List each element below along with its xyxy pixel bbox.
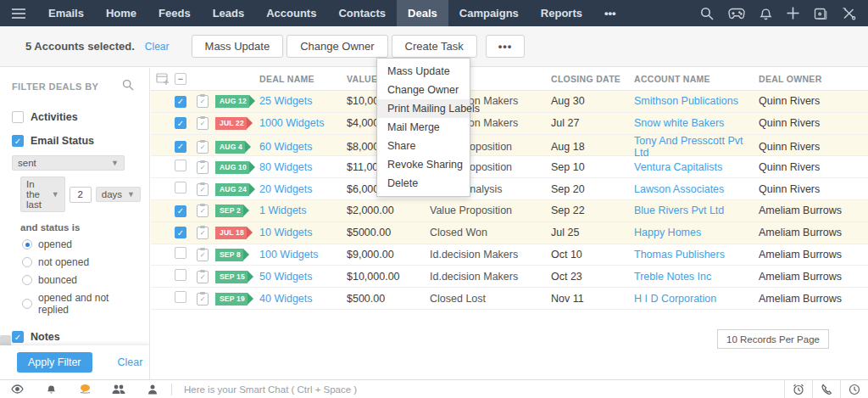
radio-bounced[interactable]: bounced	[22, 274, 141, 286]
row-checkbox[interactable]	[175, 205, 186, 217]
table-row[interactable]: ✓ AUG 10 80 Widgets $11,000.00 Value Pro…	[151, 156, 868, 178]
table-row[interactable]: ✓ SEP 8 100 Widgets $9,000.00 Id.decisio…	[151, 244, 868, 266]
row-checkbox[interactable]	[175, 269, 186, 281]
change-owner-button[interactable]: Change Owner	[287, 35, 387, 58]
menu-item-print-mailing-labels[interactable]: Print Mailing Labels	[377, 99, 470, 118]
bell-icon[interactable]	[34, 384, 68, 395]
group-icon[interactable]	[102, 384, 136, 395]
radio-opened[interactable]: opened	[22, 238, 141, 250]
setup-tools-icon[interactable]	[842, 7, 856, 20]
apply-filter-button[interactable]: Apply Filter	[17, 352, 92, 373]
row-checkbox[interactable]	[175, 141, 186, 153]
table-row[interactable]: ✓ AUG 24 20 Widgets $6,000.00 Needs Anal…	[151, 178, 868, 200]
row-checkbox[interactable]	[175, 117, 186, 129]
radio-button[interactable]	[22, 239, 32, 249]
col-deal-owner[interactable]: DEAL OWNER	[759, 74, 868, 84]
deal-name-link[interactable]: 40 Widgets	[259, 293, 313, 305]
records-per-page-select[interactable]: 10 Records Per Page	[717, 329, 829, 349]
clear-filter-link[interactable]: Clear	[118, 356, 143, 368]
person-icon[interactable]	[136, 384, 170, 395]
deal-name-link[interactable]: 10 Widgets	[259, 227, 313, 238]
deal-name-link[interactable]: 50 Widgets	[259, 271, 313, 283]
menu-item-mass-update[interactable]: Mass Update	[377, 62, 470, 81]
menu-item-revoke-sharing[interactable]: Revoke Sharing	[377, 155, 470, 174]
phone-icon[interactable]	[812, 380, 840, 398]
radio-button[interactable]	[22, 299, 32, 309]
col-account-name[interactable]: ACCOUNT NAME	[634, 74, 759, 84]
more-actions-button[interactable]: •••	[486, 35, 526, 58]
deal-name-link[interactable]: 20 Widgets	[259, 183, 313, 195]
deal-name-link[interactable]: 60 Widgets	[259, 141, 313, 153]
nav-item-leads[interactable]: Leads	[202, 0, 256, 26]
table-row[interactable]: ✓ JUL 22 1000 Widgets $4,000.00 Id.decis…	[151, 113, 868, 135]
menu-item-mail-merge[interactable]: Mail Merge	[377, 118, 470, 137]
deal-name-link[interactable]: 1 Widgets	[259, 205, 307, 216]
clock-icon[interactable]	[840, 380, 868, 398]
customize-columns-icon[interactable]	[156, 73, 175, 85]
menu-item-delete[interactable]: Delete	[377, 174, 470, 193]
deal-name-link[interactable]: 1000 Widgets	[259, 117, 324, 129]
mass-update-button[interactable]: Mass Update	[192, 35, 284, 58]
account-name-link[interactable]: Thomas Publishers	[634, 249, 725, 261]
account-name-link[interactable]: Treble Notes Inc	[634, 271, 711, 283]
account-name-link[interactable]: Smithson Publications	[634, 95, 738, 107]
table-row[interactable]: ✓ SEP 19 40 Widgets $500.00 Closed Lost …	[151, 288, 868, 310]
row-checkbox[interactable]	[175, 182, 186, 193]
row-checkbox[interactable]	[175, 227, 186, 238]
gamepad-icon[interactable]	[728, 8, 745, 20]
nav-item-feeds[interactable]: Feeds	[147, 0, 202, 26]
deal-name-link[interactable]: 80 Widgets	[259, 161, 313, 173]
alarm-icon[interactable]	[784, 380, 812, 398]
hamburger-menu-icon[interactable]	[12, 8, 37, 19]
nav-item-home[interactable]: Home	[95, 0, 147, 26]
select-all-checkbox[interactable]: −	[175, 73, 186, 85]
add-icon[interactable]	[787, 7, 799, 20]
radio-opened-not-replied[interactable]: opened and not replied	[22, 292, 141, 316]
radio-not-opened[interactable]: not opened	[22, 256, 141, 268]
search-icon[interactable]	[700, 7, 714, 20]
account-name-link[interactable]: Tony And Presscott Pvt Ltd	[634, 135, 743, 159]
radio-button[interactable]	[22, 257, 32, 267]
nav-item-contacts[interactable]: Contacts	[327, 0, 397, 26]
deal-name-link[interactable]: 100 Widgets	[259, 249, 318, 261]
email-period-range-select[interactable]: In the last▼	[20, 177, 65, 212]
nav-item-reports[interactable]: Reports	[530, 0, 593, 26]
email-type-select[interactable]: sent▼	[12, 155, 125, 171]
account-name-link[interactable]: H I D Corporation	[634, 293, 716, 305]
menu-item-change-owner[interactable]: Change Owner	[377, 81, 470, 99]
row-checkbox[interactable]	[175, 247, 186, 259]
menu-item-share[interactable]: Share	[377, 137, 470, 155]
notifications-bell-icon[interactable]	[760, 7, 772, 20]
nav-item-campaigns[interactable]: Campaigns	[448, 0, 530, 26]
eye-icon[interactable]	[0, 384, 34, 394]
table-row[interactable]: ✓ SEP 2 1 Widgets $2,000.00 Value Propos…	[151, 200, 868, 222]
account-name-link[interactable]: Blue Rivers Pvt Ltd	[634, 205, 724, 216]
notes-checkbox[interactable]	[12, 331, 24, 343]
row-checkbox[interactable]	[175, 96, 186, 108]
nav-item-emails[interactable]: Emails	[37, 0, 95, 26]
table-row[interactable]: ✓ AUG 12 25 Widgets $10,000.00 Id.decisi…	[151, 91, 868, 113]
col-closing-date[interactable]: CLOSING DATE	[551, 74, 634, 84]
activities-checkbox[interactable]	[12, 111, 24, 123]
row-checkbox[interactable]	[175, 291, 186, 303]
account-name-link[interactable]: Ventura Capitalists	[634, 161, 722, 173]
email-period-unit-select[interactable]: days▼	[96, 187, 141, 202]
col-deal-name[interactable]: DEAL NAME	[259, 74, 347, 84]
table-row[interactable]: ✓ JUL 18 10 Widgets $5000.00 Closed Won …	[151, 222, 868, 244]
clear-selection-link[interactable]: Clear	[145, 41, 170, 53]
calendar-icon[interactable]	[814, 7, 827, 20]
filter-search-icon[interactable]	[122, 79, 134, 94]
nav-item-more[interactable]: •••	[593, 0, 627, 26]
row-checkbox[interactable]	[175, 160, 186, 171]
radio-button[interactable]	[22, 275, 32, 285]
create-task-button[interactable]: Create Task	[392, 35, 477, 58]
chat-bubble-icon[interactable]	[68, 384, 102, 395]
nav-item-deals[interactable]: Deals	[397, 0, 448, 26]
table-row[interactable]: ✓ AUG 4 60 Widgets $8,000.00 Value Propo…	[151, 135, 868, 157]
account-name-link[interactable]: Snow white Bakers	[634, 117, 724, 129]
deal-name-link[interactable]: 25 Widgets	[259, 95, 313, 107]
table-row[interactable]: ✓ SEP 15 50 Widgets $10,000.00 Id.decisi…	[151, 266, 868, 288]
email-status-checkbox[interactable]	[12, 135, 24, 147]
email-period-value-input[interactable]	[70, 187, 92, 203]
smart-chat-input[interactable]	[174, 381, 784, 398]
